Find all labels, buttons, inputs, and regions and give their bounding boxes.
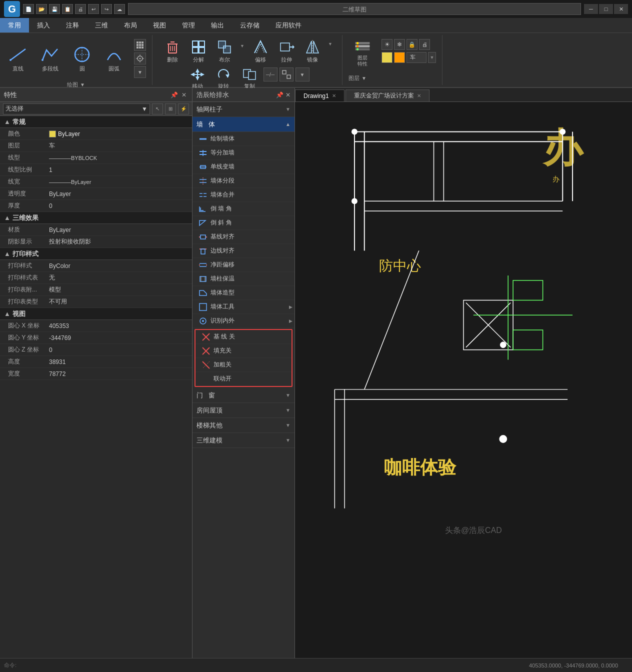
- menu-3d-modeling[interactable]: 三维建模: [192, 433, 294, 448]
- select-quick-btn[interactable]: ⊞: [165, 104, 176, 114]
- menu-axis-grid[interactable]: 轴网柱子: [192, 102, 294, 117]
- layer-color-swatch-yellow[interactable]: [382, 52, 392, 63]
- svg-rect-81: [200, 304, 206, 310]
- layer-icon-snowflake[interactable]: ❄: [394, 39, 405, 50]
- offset-tool[interactable]: 偏移: [248, 37, 272, 66]
- section-3d[interactable]: ▲ 三维效果: [0, 212, 192, 224]
- maximize-button[interactable]: □: [599, 4, 613, 14]
- explode-tool[interactable]: 分解: [186, 37, 210, 66]
- menu-item-apps[interactable]: 应用软件: [268, 18, 310, 32]
- section-view[interactable]: ▲ 视图: [0, 308, 192, 320]
- menu-item-3d[interactable]: 三维: [87, 18, 116, 32]
- new-file-icon[interactable]: 📄: [23, 4, 34, 14]
- select-all-btn[interactable]: ↖: [152, 104, 163, 114]
- arc-tool[interactable]: 圆弧: [100, 43, 128, 74]
- menu-edge-align[interactable]: 边线对齐: [192, 244, 294, 258]
- tab-drawing1[interactable]: Drawing1 ✕: [295, 90, 344, 102]
- menu-single-line-wall[interactable]: 单线变墙: [192, 160, 294, 174]
- prop-thickness: 厚度 0: [0, 200, 192, 212]
- menu-item-common[interactable]: 常用: [0, 18, 29, 32]
- close-drainage-icon[interactable]: ✕: [286, 92, 290, 98]
- baseline-align-icon: [198, 232, 208, 242]
- modify-extra-btn2[interactable]: [280, 68, 294, 82]
- line-tool[interactable]: 直线: [4, 43, 32, 74]
- layer-color-swatch-orange[interactable]: [394, 52, 405, 63]
- layer-properties-btn[interactable]: 图层特性: [346, 37, 378, 69]
- print-icon[interactable]: 🖨: [75, 4, 86, 14]
- menu-doors-windows[interactable]: 门 窗: [192, 388, 294, 403]
- boolean-dropdown[interactable]: ▼: [238, 40, 246, 52]
- layer-icon-lock[interactable]: 🔒: [406, 39, 418, 50]
- draw-snap-btn[interactable]: [134, 52, 146, 64]
- tab-close-drawing1[interactable]: ✕: [332, 93, 336, 98]
- menu-equal-wall[interactable]: 等分加墙: [192, 146, 294, 160]
- polyline-tool[interactable]: 多段线: [36, 43, 64, 74]
- cloud-icon[interactable]: ☁: [114, 4, 125, 14]
- menu-baseline-align[interactable]: 基线对齐: [192, 230, 294, 244]
- drawing-canvas[interactable]: 办 办: [295, 102, 632, 658]
- prop-height: 高度 38931: [0, 356, 192, 368]
- menu-link-on[interactable]: 联动开: [196, 372, 292, 386]
- section-general[interactable]: ▲ 常规: [0, 116, 192, 128]
- menu-item-cloud[interactable]: 云存储: [232, 18, 268, 32]
- layer-icon-print[interactable]: 🖨: [419, 39, 430, 50]
- more-modify-btn[interactable]: ▼: [326, 40, 334, 48]
- menu-stairs-other[interactable]: 楼梯其他: [192, 418, 294, 433]
- menu-item-annotation[interactable]: 注释: [58, 18, 87, 32]
- delete-tool[interactable]: 删除: [160, 37, 184, 66]
- menu-rooms-roof[interactable]: 房间屋顶: [192, 403, 294, 418]
- svg-rect-32: [224, 46, 230, 53]
- menu-wall-shape[interactable]: 墙体造型: [192, 286, 294, 300]
- selection-dropdown[interactable]: 无选择 ▼: [3, 104, 150, 114]
- menu-fill-off[interactable]: 填充关: [196, 344, 292, 358]
- modify-extra-btn3[interactable]: ▼: [296, 68, 310, 82]
- no-select-bar: 无选择 ▼ ↖ ⊞ ⚡: [0, 102, 192, 116]
- menu-net-offset[interactable]: 净距偏移: [192, 258, 294, 272]
- redo-icon[interactable]: ↪: [101, 4, 112, 14]
- save-icon[interactable]: 💾: [49, 4, 60, 14]
- close-button[interactable]: ✕: [614, 4, 628, 14]
- menu-wall-corner[interactable]: 倒 墙 角: [192, 202, 294, 216]
- section-print[interactable]: ▲ 打印样式: [0, 248, 192, 260]
- menu-item-output[interactable]: 输出: [203, 18, 232, 32]
- menu-item-manage[interactable]: 管理: [174, 18, 203, 32]
- pin-icon[interactable]: 📌: [170, 91, 178, 99]
- circle-tool[interactable]: 圆: [68, 43, 96, 74]
- menu-wall-tools[interactable]: 墙体工具: [192, 300, 294, 314]
- menu-item-layout[interactable]: 布局: [116, 18, 145, 32]
- draw-extra-btn[interactable]: ▼: [134, 66, 146, 78]
- open-file-icon[interactable]: 📂: [36, 4, 47, 14]
- layer-dropdown-btn[interactable]: ▼: [428, 52, 436, 63]
- tab-chongqing[interactable]: 重庆金贸广场设计方案 ✕: [346, 90, 430, 102]
- menu-wall-segment[interactable]: 墙体分段: [192, 174, 294, 188]
- svg-rect-10: [139, 44, 141, 46]
- modify-extra-btn1[interactable]: ─/─: [264, 68, 278, 82]
- menu-wall[interactable]: 墙 体: [192, 117, 294, 132]
- minimize-button[interactable]: ─: [584, 4, 598, 14]
- boolean-tool[interactable]: 布尔: [212, 37, 236, 66]
- menu-item-insert[interactable]: 插入: [29, 18, 58, 32]
- stretch-tool[interactable]: 拉伸: [274, 37, 298, 66]
- menu-draw-wall[interactable]: 绘制墙体: [192, 132, 294, 146]
- toolbar: 直线 多段线: [0, 33, 632, 88]
- layer-icon-sun[interactable]: ☀: [382, 39, 392, 50]
- menu-wall-bevel[interactable]: 倒 斜 角: [192, 216, 294, 230]
- menu-bold-off[interactable]: 加粗关: [196, 358, 292, 372]
- menu-wall-merge[interactable]: 墙体合并: [192, 188, 294, 202]
- tab-close-chongqing[interactable]: ✕: [417, 93, 421, 98]
- save-as-icon[interactable]: 📋: [62, 4, 73, 14]
- menu-dropdown: 轴网柱子 墙 体 绘制墙体 等分加墙: [192, 102, 294, 658]
- draw-more-btn[interactable]: [134, 39, 146, 51]
- layer-name-display[interactable]: 车: [406, 52, 426, 63]
- pin-drainage-icon[interactable]: 📌: [276, 92, 284, 98]
- undo-icon[interactable]: ↩: [88, 4, 99, 14]
- svg-rect-73: [201, 249, 205, 254]
- toggle-display-btn[interactable]: ⚡: [178, 104, 189, 114]
- close-panel-icon[interactable]: ✕: [180, 91, 188, 99]
- menu-baseline-off[interactable]: 基 线 关: [196, 330, 292, 344]
- menu-wall-insulate[interactable]: 墙柱保温: [192, 272, 294, 286]
- menu-identify-inout[interactable]: 识别内外: [192, 314, 294, 328]
- mirror-tool[interactable]: 镜像: [300, 37, 324, 66]
- svg-marker-45: [226, 74, 230, 78]
- menu-item-view[interactable]: 视图: [145, 18, 174, 32]
